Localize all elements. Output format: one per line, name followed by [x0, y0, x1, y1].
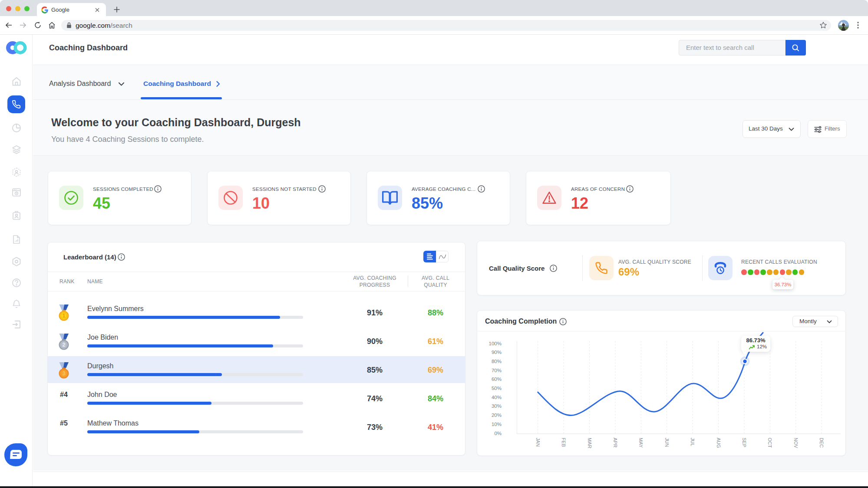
svg-text:3: 3 — [63, 370, 66, 377]
svg-text:1: 1 — [63, 313, 66, 319]
svg-text:2: 2 — [63, 342, 66, 348]
